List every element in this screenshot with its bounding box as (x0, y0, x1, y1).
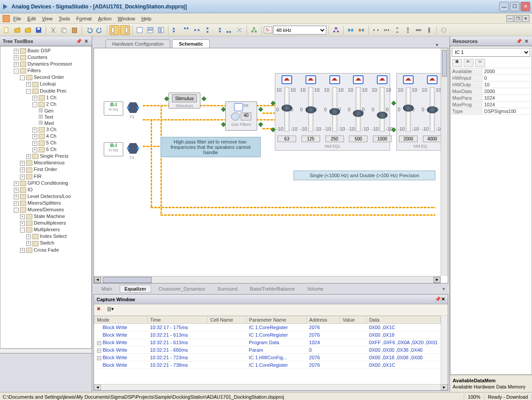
align1-button[interactable] (171, 25, 180, 35)
mid-eq2-block[interactable]: 100-10100-102000100-10100-104000 Mid EQ (396, 73, 444, 151)
tree-item[interactable]: +Basic DSP (8, 47, 91, 54)
capture-row[interactable]: +Block Write10:32:21 - 723msIC 1.HWConFi… (94, 354, 441, 361)
property-row[interactable]: MaxProg1024 (450, 101, 532, 108)
copy-button[interactable] (59, 25, 69, 35)
input-block-2[interactable]: B-I H In2 (104, 142, 123, 156)
filter-freq-value[interactable]: 40 (241, 113, 251, 120)
menu-file[interactable]: File (13, 16, 21, 21)
tree-item[interactable]: Gen (8, 108, 91, 114)
page-tab-volume[interactable]: Volume (302, 285, 329, 293)
compile-button[interactable] (331, 25, 341, 35)
pin-icon[interactable]: 📌 (76, 38, 82, 44)
mdi-close-button[interactable]: ✕ (522, 15, 529, 22)
menu-format[interactable]: Format (76, 16, 92, 21)
eq-band[interactable]: 100-10100-101000 (372, 75, 393, 142)
align2-button[interactable] (181, 25, 191, 35)
tab-hardware-configuration[interactable]: Hardware Configuration (106, 39, 170, 48)
tab-schematic[interactable]: Schematic (172, 39, 210, 48)
capture-column-header[interactable]: Address (306, 316, 340, 324)
dist-v1-button[interactable] (392, 25, 402, 35)
tree-item[interactable]: +State Machine (8, 213, 91, 220)
mid-eq1-block[interactable]: 100-10100-1063100-10100-10125100-10100-1… (275, 73, 390, 151)
sample-rate-select[interactable]: 48 kHz (273, 26, 326, 35)
node-t4[interactable] (127, 143, 139, 154)
tree-item[interactable]: +First Order (8, 166, 91, 173)
menu-window[interactable]: Window (118, 16, 135, 21)
schematic-vscrollbar[interactable] (441, 48, 448, 276)
tree-item[interactable]: +Single Precis (8, 153, 91, 159)
minimize-button[interactable]: — (499, 2, 509, 12)
tree-item[interactable]: -Double Prec (8, 88, 91, 94)
tree-item[interactable]: +Miscellaneous (8, 159, 91, 166)
close-panel-icon[interactable]: ✕ (83, 38, 89, 44)
tree-item[interactable]: +Level Detectors/Loo (8, 193, 91, 200)
page-tab-crossover[interactable]: Crossover_Dynamics (154, 285, 210, 293)
filter-dial-icon[interactable] (231, 113, 240, 120)
capture-close-icon[interactable]: ✕ (441, 296, 445, 302)
categorized-icon[interactable]: ▦ (452, 59, 462, 67)
props-page-icon[interactable]: ▭ (475, 59, 485, 67)
panel1-button[interactable] (135, 25, 145, 35)
tree-item[interactable]: -Muxes/Demuxes (8, 206, 91, 213)
tree-item[interactable]: +Counters (8, 54, 91, 61)
align3-button[interactable] (192, 25, 202, 35)
align4-button[interactable] (203, 25, 212, 35)
eq-slider[interactable] (379, 87, 385, 132)
tree-item[interactable]: +5 Ch (8, 140, 91, 146)
capture-vscrollbar[interactable] (441, 316, 448, 384)
eq-slider[interactable] (284, 87, 289, 132)
tree-item[interactable]: +Demultiplexers (8, 220, 91, 226)
eq-band[interactable]: 100-10100-1063 (276, 75, 297, 142)
capture-column-header[interactable]: Mode (94, 316, 148, 324)
capture-column-header[interactable]: Cell Name (207, 316, 246, 324)
dist-h1-button[interactable] (371, 25, 381, 35)
dist-h2-button[interactable] (382, 25, 391, 35)
eq-freq-label[interactable]: 250 (325, 136, 344, 142)
eq-slider[interactable] (430, 87, 435, 132)
capture-table[interactable]: ModeTimeCell NameParameter NameAddressVa… (94, 316, 441, 384)
eq-freq-label[interactable]: 125 (301, 136, 320, 142)
eq-slider[interactable] (406, 87, 411, 132)
menu-view[interactable]: View (42, 16, 53, 21)
size-v-button[interactable] (424, 25, 434, 35)
new-button[interactable] (2, 25, 12, 35)
tree-item[interactable]: +Cross Fade (8, 247, 91, 253)
capture-column-header[interactable]: Data (366, 316, 440, 324)
eq-slider[interactable] (308, 87, 313, 132)
save-button[interactable] (34, 25, 43, 35)
capture-column-header[interactable]: Time (147, 316, 207, 324)
tree-item[interactable]: -Second Order (8, 74, 91, 81)
eq-slider[interactable] (356, 87, 361, 132)
property-row[interactable]: MaxData2000 (450, 88, 532, 95)
hierarchy-button[interactable] (249, 25, 259, 35)
align5-button[interactable] (213, 25, 223, 35)
capture-row[interactable]: +Block Write10:32:21 - 613msProgram Data… (94, 339, 441, 346)
layout2-button[interactable] (120, 25, 130, 35)
eq-band[interactable]: 100-10100-10250 (324, 75, 345, 142)
eq-freq-label[interactable]: 1000 (373, 136, 391, 142)
eq-freq-label[interactable]: 4000 (423, 136, 442, 142)
tree-item[interactable]: Text (8, 114, 91, 120)
resources-close-icon[interactable]: ✕ (523, 38, 529, 44)
tree-item[interactable]: +6 Ch (8, 146, 91, 153)
tree-item[interactable]: +GPIO Conditioning (8, 180, 91, 186)
eq-band[interactable]: 100-10100-102000 (398, 75, 419, 142)
resources-pin-icon[interactable]: 📌 (516, 38, 522, 44)
size-h-button[interactable] (414, 25, 423, 35)
tree-item[interactable]: -Multiplexers (8, 226, 91, 233)
tree-item[interactable]: -2 Ch (8, 101, 91, 108)
capture-column-header[interactable]: Value (340, 316, 366, 324)
node-t3[interactable] (127, 102, 139, 113)
redo-button[interactable] (95, 25, 105, 35)
eq-band[interactable]: 100-10100-10125 (300, 75, 321, 142)
input-block-1[interactable]: B-I H In1 (104, 101, 123, 116)
property-grid[interactable]: Available2000HWInput0HWOutp10MaxData2000… (450, 68, 532, 115)
tree-item[interactable]: +1 Ch (8, 94, 91, 101)
layout1-button[interactable] (110, 25, 119, 35)
tree-item[interactable]: +IO (8, 186, 91, 193)
align7-button[interactable] (235, 25, 244, 35)
menu-tools[interactable]: Tools (59, 16, 70, 21)
property-row[interactable]: TypeDSPSigma100 (450, 108, 532, 115)
menu-edit[interactable]: Edit (27, 16, 36, 21)
tree-item[interactable]: Med (8, 120, 91, 126)
